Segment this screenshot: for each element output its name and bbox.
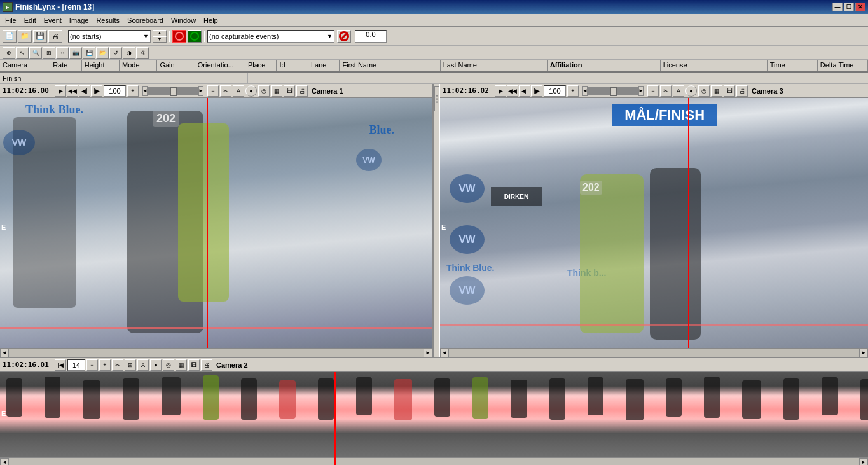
camera1-zoom[interactable]: 100 [104, 85, 126, 97]
cam3-slider-left[interactable]: ◄ [582, 86, 588, 96]
capture-btn[interactable]: 📷 [69, 47, 82, 59]
start-camera-btn[interactable] [172, 30, 186, 43]
no-capturable-select[interactable]: (no capturable events) ▼ [207, 30, 334, 43]
cam3-zoom-slider[interactable]: ◄ ► [582, 86, 644, 96]
camera2-zoom[interactable]: 14 [67, 359, 85, 371]
cam1-slider-thumb[interactable] [170, 87, 177, 96]
menu-scoreboard[interactable]: Scoreboard [123, 15, 167, 25]
cam1-b-btn[interactable]: ● [245, 85, 257, 97]
no-starts-select[interactable]: (no starts) ▼ [68, 30, 151, 43]
close-button[interactable]: ✕ [855, 3, 865, 11]
cam2-hscrollbar[interactable]: ◄ ► [0, 457, 868, 465]
cam2-print-btn[interactable]: 🖨 [201, 359, 212, 371]
camera3-image[interactable]: MÅL/FINISH Think Blue. Think b... VW VW … [440, 98, 868, 348]
menu-file[interactable]: File [1, 15, 20, 25]
invert-btn[interactable]: ◑ [123, 47, 135, 59]
menu-image[interactable]: Image [65, 15, 93, 25]
cam2-lens-btn[interactable]: ◎ [163, 359, 174, 371]
timing-value[interactable]: 0.0 [355, 30, 387, 43]
resize-handle[interactable] [434, 86, 439, 111]
menu-help[interactable]: Help [200, 15, 222, 25]
cam3-print-btn[interactable]: 🖨 [736, 85, 748, 97]
cam2-overlay-btn[interactable]: ▦ [176, 359, 187, 371]
filmstrip-content[interactable]: E ◄ ► [0, 372, 868, 465]
cam1-step-fwd-btn[interactable]: |▶ [91, 85, 102, 97]
no-starts-down[interactable]: ▼ [153, 36, 167, 43]
menu-window[interactable]: Window [167, 15, 200, 25]
cam3-film-btn[interactable]: 🎞 [724, 85, 735, 97]
cam2-hscroll-left[interactable]: ◄ [0, 458, 9, 466]
cam3-slider-thumb[interactable] [610, 87, 617, 96]
cam3-cut-btn[interactable]: ✂ [660, 85, 672, 97]
cam1-zoom-slider[interactable]: ◄ ► [142, 86, 203, 96]
cam3-lens-btn[interactable]: ◎ [698, 85, 710, 97]
camera3-hscrollbar[interactable]: ◄ ► [440, 348, 868, 357]
cam3-prev-btn[interactable]: ◀◀ [507, 85, 518, 97]
cam1-slider-track[interactable] [148, 87, 198, 95]
camera1-image[interactable]: 202 Think Blue. Blue. VW VW E [0, 98, 432, 348]
cam3-slider-right[interactable]: ► [638, 86, 644, 96]
cam3-a-btn[interactable]: A [673, 85, 684, 97]
cam2-cut-btn[interactable]: ✂ [112, 359, 123, 371]
cam2-zoom-plus-btn[interactable]: + [99, 359, 111, 371]
cam1-lens-btn[interactable]: ◎ [258, 85, 270, 97]
cam2-zoom-minus-btn[interactable]: − [86, 359, 98, 371]
menu-event[interactable]: Event [40, 15, 65, 25]
crosshair-btn[interactable]: ⊕ [3, 47, 15, 59]
cam3-hscroll-right[interactable]: ► [859, 349, 868, 357]
camera1-hscrollbar[interactable]: ◄ ► [0, 348, 432, 357]
cam1-print-btn[interactable]: 🖨 [296, 85, 308, 97]
cam1-hscroll-track[interactable] [9, 349, 424, 357]
cam1-hscroll-left[interactable]: ◄ [0, 349, 9, 357]
cam1-film-btn[interactable]: 🎞 [284, 85, 295, 97]
restore-button[interactable]: ❐ [844, 3, 854, 11]
open-button[interactable]: 📁 [18, 30, 32, 43]
cam3-hscroll-left[interactable]: ◄ [440, 349, 449, 357]
cam1-zoom-more-btn[interactable]: + [127, 85, 139, 97]
cam1-slider-right[interactable]: ► [198, 86, 203, 96]
load-img-btn[interactable]: 📂 [96, 47, 109, 59]
cam2-step-back-btn[interactable]: |◀ [55, 359, 66, 371]
cam1-cut-btn[interactable]: ✂ [220, 85, 231, 97]
cam1-hscroll-right[interactable]: ► [424, 349, 432, 357]
cam1-step-back-btn[interactable]: ◀| [79, 85, 90, 97]
zoom-area-btn[interactable]: ⊞ [43, 47, 55, 59]
cursor-btn[interactable]: ↖ [16, 47, 29, 59]
cam3-zoom-more-btn[interactable]: + [567, 85, 579, 97]
menu-edit[interactable]: Edit [20, 15, 40, 25]
zoom-btn[interactable]: 🔍 [29, 47, 42, 59]
cam3-slider-track[interactable] [588, 87, 638, 95]
refresh-img-btn[interactable]: ↺ [109, 47, 122, 59]
cam1-zoom-minus-btn[interactable]: − [207, 85, 219, 97]
print-img-btn[interactable]: 🖨 [136, 47, 149, 59]
save-img-btn[interactable]: 💾 [83, 47, 95, 59]
cam3-step-back-btn[interactable]: ◀| [519, 85, 530, 97]
save-button[interactable]: 💾 [33, 30, 47, 43]
cam2-b-btn[interactable]: ● [150, 359, 162, 371]
stop-icon-btn[interactable] [337, 30, 351, 43]
menu-results[interactable]: Results [92, 15, 123, 25]
cam2-a-btn[interactable]: A [137, 359, 149, 371]
cam1-slider-left[interactable]: ◄ [142, 86, 148, 96]
cam3-overlay-btn[interactable]: ▦ [711, 85, 722, 97]
stop-camera-btn[interactable] [188, 30, 202, 43]
cam1-a-btn[interactable]: A [233, 85, 244, 97]
minimize-button[interactable]: — [832, 3, 843, 11]
cam2-hscroll-right[interactable]: ► [859, 458, 868, 466]
cam2-film-btn[interactable]: 🎞 [188, 359, 200, 371]
cam3-hscroll-track[interactable] [449, 349, 859, 357]
cam3-b-btn[interactable]: ● [685, 85, 697, 97]
cam3-zoom-minus-btn[interactable]: − [647, 85, 659, 97]
flip-h-btn[interactable]: ↔ [56, 47, 69, 59]
cam1-prev-btn[interactable]: ◀◀ [67, 85, 78, 97]
cam2-hscroll-track[interactable] [9, 458, 859, 465]
cam2-frame-btn[interactable]: ⊞ [125, 359, 136, 371]
new-button[interactable]: 📄 [3, 30, 17, 43]
print-button[interactable]: 🖨 [48, 30, 62, 43]
cam1-play-btn[interactable]: ▶ [55, 85, 66, 97]
no-starts-up[interactable]: ▲ [153, 30, 167, 36]
cam3-play-btn[interactable]: ▶ [495, 85, 506, 97]
cam1-overlay-btn[interactable]: ▦ [271, 85, 282, 97]
camera3-zoom[interactable]: 100 [544, 85, 566, 97]
cam3-step-fwd-btn[interactable]: |▶ [531, 85, 542, 97]
